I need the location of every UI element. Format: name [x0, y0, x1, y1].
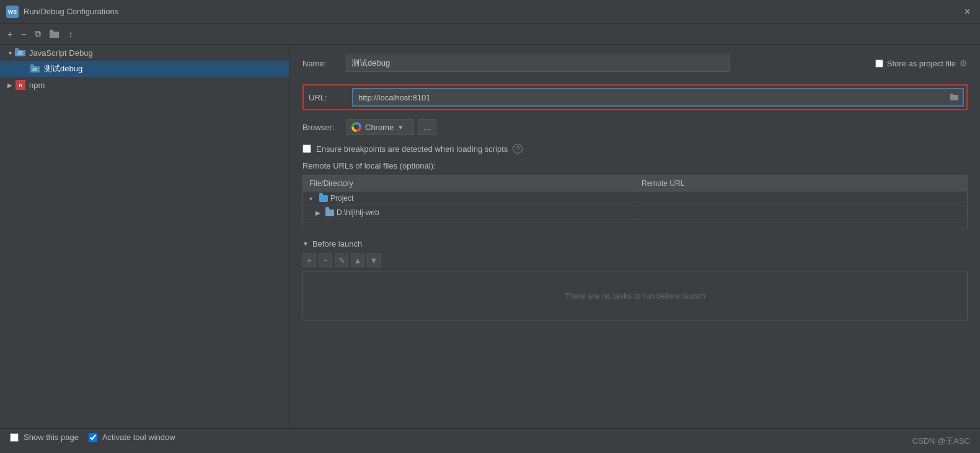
ensure-breakpoints-checkbox[interactable]	[302, 144, 311, 153]
before-launch-add-button[interactable]: +	[302, 253, 316, 267]
show-page-row: Show this page	[10, 433, 79, 442]
table-row: ▶ D:\hlj\hlj-web	[303, 206, 967, 220]
svg-rect-1	[50, 30, 53, 32]
table-col-file: File/Directory	[303, 176, 635, 191]
url-input-wrapper	[352, 88, 964, 107]
store-project-section: Store as project file ⚙	[875, 58, 968, 68]
expand-javascript-debug-icon: ▾	[5, 50, 15, 56]
help-icon[interactable]: ?	[513, 144, 523, 154]
name-row: Name: Store as project file ⚙	[302, 55, 968, 72]
svg-rect-9	[950, 94, 953, 95]
bottom-left: Show this page Activate tool window	[10, 433, 175, 449]
url-label: URL:	[309, 93, 352, 102]
url-input[interactable]	[353, 89, 947, 105]
javascript-debug-folder-icon: JS	[15, 47, 26, 58]
svg-text:JS: JS	[17, 51, 23, 55]
sidebar-item-ceshi-debug[interactable]: JS 测试debug	[0, 61, 289, 77]
before-launch-empty-label: There are no tasks to run before launch	[565, 291, 706, 301]
show-page-label[interactable]: Show this page	[24, 433, 79, 442]
remote-urls-title: Remote URLs of local files (optional):	[302, 161, 968, 170]
main-layout: ▾ JS JavaScript Debug JS 测试debug	[0, 45, 980, 428]
sidebar-item-label-ceshi-debug: 测试debug	[44, 63, 82, 74]
copy-config-button[interactable]: ⧉	[32, 27, 43, 40]
before-launch-title: Before launch	[312, 239, 362, 248]
folder-config-button[interactable]	[47, 29, 62, 40]
sidebar-group-label-javascript-debug: JavaScript Debug	[29, 48, 93, 58]
close-button[interactable]: ×	[961, 5, 974, 19]
gear-icon[interactable]: ⚙	[960, 58, 968, 68]
before-launch-empty-area: There are no tasks to run before launch	[302, 271, 968, 320]
ceshi-debug-icon: JS	[30, 63, 41, 74]
browser-more-button[interactable]: ...	[418, 119, 436, 135]
config-sidebar: ▾ JS JavaScript Debug JS 测试debug	[0, 45, 290, 428]
store-project-checkbox[interactable]	[875, 59, 883, 68]
hlj-expand-icon[interactable]: ▶	[316, 209, 323, 216]
remote-urls-table: File/Directory Remote URL ▾ Project ▶	[302, 175, 968, 229]
bottom-bar: Show this page Activate tool window CSDN…	[0, 428, 980, 453]
browser-row: Browser: Chrome ▼ ...	[302, 119, 968, 135]
hlj-folder-icon	[325, 209, 334, 216]
project-label: Project	[330, 194, 353, 203]
activate-tool-label[interactable]: Activate tool window	[102, 433, 175, 442]
url-section: URL:	[302, 84, 968, 110]
ensure-breakpoints-row: Ensure breakpoints are detected when loa…	[302, 144, 968, 154]
config-right-panel: Name: Store as project file ⚙ URL:	[290, 45, 980, 428]
name-label: Name:	[302, 59, 346, 68]
sidebar-group-javascript-debug[interactable]: ▾ JS JavaScript Debug	[0, 45, 289, 61]
before-launch-toolbar: + − ✎ ▲ ▼	[302, 253, 968, 267]
before-launch-down-button[interactable]: ▼	[367, 253, 381, 267]
browser-value: Chrome	[365, 123, 394, 132]
svg-rect-6	[30, 64, 34, 67]
table-col-remote-url: Remote URL	[635, 176, 967, 191]
hlj-label: D:\hlj\hlj-web	[337, 208, 379, 217]
config-toolbar: + − ⧉ ↕	[0, 24, 980, 45]
show-page-checkbox[interactable]	[10, 433, 19, 442]
before-launch-remove-button[interactable]: −	[319, 253, 332, 267]
before-launch-up-button[interactable]: ▲	[351, 253, 364, 267]
activate-tool-checkbox[interactable]	[89, 433, 97, 442]
table-cell-remote-hlj	[638, 206, 967, 219]
table-header: File/Directory Remote URL	[303, 176, 967, 191]
browser-dropdown[interactable]: Chrome ▼	[346, 119, 414, 135]
add-config-button[interactable]: +	[5, 28, 15, 40]
table-cell-remote-project	[635, 191, 967, 205]
browser-label: Browser:	[302, 123, 346, 132]
svg-rect-0	[50, 32, 59, 38]
table-cell-file-hlj: ▶ D:\hlj\hlj-web	[303, 206, 638, 219]
ws-logo: WS	[6, 6, 19, 18]
before-launch-header: ▼ Before launch	[302, 239, 968, 248]
name-input[interactable]	[346, 55, 730, 72]
sort-config-button[interactable]: ↕	[66, 28, 75, 40]
sidebar-group-label-npm: npm	[29, 81, 45, 90]
app-icon: WS	[6, 6, 19, 18]
window-title: Run/Debug Configurations	[24, 7, 961, 16]
url-folder-button[interactable]	[947, 89, 963, 105]
svg-rect-8	[950, 95, 958, 100]
browser-select-wrapper: Chrome ▼ ...	[346, 119, 436, 135]
title-bar: WS Run/Debug Configurations ×	[0, 0, 980, 24]
expand-npm-icon: ▶	[5, 82, 15, 89]
watermark: CSDN @王ASC	[912, 436, 970, 447]
ensure-breakpoints-label[interactable]: Ensure breakpoints are detected when loa…	[316, 144, 508, 154]
before-launch-collapse-icon[interactable]: ▼	[302, 240, 309, 247]
remove-config-button[interactable]: −	[19, 28, 29, 40]
npm-icon: n	[15, 79, 26, 90]
project-expand-icon[interactable]: ▾	[309, 195, 317, 202]
before-launch-edit-button[interactable]: ✎	[335, 253, 348, 267]
activate-tool-row: Activate tool window	[89, 433, 175, 442]
table-body: ▾ Project ▶ D:\hlj\hlj-web	[303, 191, 967, 229]
table-cell-file-project: ▾ Project	[303, 191, 635, 205]
store-project-label[interactable]: Store as project file	[887, 59, 956, 68]
table-row: ▾ Project	[303, 191, 967, 206]
sidebar-group-npm[interactable]: ▶ n npm	[0, 77, 289, 93]
browser-dropdown-arrow-icon: ▼	[397, 124, 404, 131]
chrome-icon	[351, 122, 361, 132]
project-folder-icon	[319, 195, 328, 202]
svg-text:JS: JS	[32, 68, 37, 71]
